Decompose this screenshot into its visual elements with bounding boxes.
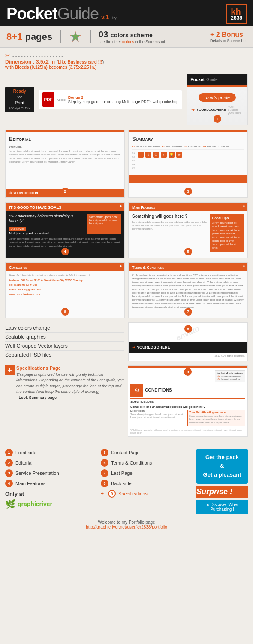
page-num-4: 4: [5, 480, 13, 487]
page8-copyright: 2011 © All rights reserved.: [129, 353, 247, 359]
only-at: Only at: [5, 491, 94, 497]
page4-badge: Our Service: [9, 227, 26, 231]
page-label-7: Last Page: [111, 471, 133, 476]
specs-text: This page is optimized for use with pure…: [16, 372, 124, 401]
page4-corner-num: ●: [117, 203, 124, 210]
desc-lorem: Some description goes here Lorem ipsum s…: [130, 413, 185, 419]
page6-info: Address: 365 Street N° 05 & Street Name …: [9, 278, 121, 297]
page-list-item-7: 7 Last Page: [101, 469, 190, 477]
page2-num: 2: [61, 188, 69, 195]
page-num-3: 3: [5, 469, 13, 477]
colors-label: colors scheme: [111, 32, 153, 39]
tech-item-2: Lorem ipsum dolar: [221, 378, 241, 380]
sum-icon-4: ↑: [161, 152, 167, 158]
cta-surprise: Surprise !: [196, 486, 248, 498]
page-num-8: 8: [101, 480, 108, 487]
page1-guide: Guide: [206, 77, 218, 82]
page6-header-text: Contact us: [9, 265, 27, 270]
conditions-label: CONDITIONS: [145, 388, 172, 392]
page-list-left: 1 Front side 2 Editorial 3 Service Prese…: [5, 449, 94, 509]
page5-num: 5: [184, 248, 192, 255]
cta-discover: To Discover WhenPurchasing !: [196, 500, 248, 514]
dim-sub: with Bleeds (0.125in) becomes (3.75x2.25…: [5, 65, 104, 70]
features-section: Easy colors change Scalable graphics Wel…: [5, 322, 248, 361]
header-logo: kh 2838: [226, 4, 247, 24]
portfolio-link[interactable]: http://graphicriver.net/user/kh2838/port…: [5, 525, 248, 529]
page9-left: + Specifications Page This page is optim…: [5, 365, 124, 437]
users-guide-badge: user's guide: [199, 93, 236, 102]
dimension-dotted-line: - - - - - - - - - - - - - - - - - -: [12, 53, 63, 58]
sum-icon-1: ←: [138, 152, 144, 158]
plus-icon: +: [5, 365, 15, 375]
page5-header-text: Main Features: [132, 205, 155, 210]
info-bonus-sub: Details in Screenshot: [210, 39, 247, 43]
cta-line2: &: [201, 462, 244, 471]
page-num-9: 9: [108, 490, 116, 498]
info-bar: 8+1 pages 03 colors scheme see the other…: [0, 26, 253, 48]
page-list-section: 1 Front side 2 Editorial 3 Service Prese…: [0, 445, 253, 518]
sum-item-1: 01 Service Presentation: [132, 145, 160, 148]
page8-logo: YOURLOGOHERE: [137, 345, 170, 349]
splash-star-icon: [69, 30, 82, 44]
page1-subtitle: Your Subtitle goes here: [228, 105, 243, 114]
feature-1: Easy colors change: [5, 324, 124, 333]
page9-content: technical informations ⚙ Lorem ipsum dol…: [128, 368, 247, 436]
page7-content: 01 By reading this, you agree to the ter…: [129, 271, 247, 311]
page1-num: 1: [214, 115, 221, 123]
specs-badge: Specifications: [130, 398, 245, 404]
page-label-3: Service Presentation: [15, 471, 59, 476]
subtitle-label: Your Subtitle will goes here: [189, 411, 244, 414]
page-list-item-9: + 9 Specifications: [101, 490, 190, 498]
logo-num: 2838: [231, 15, 242, 21]
page1-title: Pocket: [190, 77, 205, 82]
title-version: v.1: [101, 14, 109, 21]
footer-arrow-icon: ➜: [8, 190, 12, 196]
page9-preview: technical informations ⚙ Lorem ipsum dol…: [128, 365, 248, 437]
page1-header-bar: Pocket Guide: [187, 74, 247, 85]
info-pages-group: 8+1 pages: [6, 31, 52, 43]
page4-lorem: Lorem ipsum dolor sit amet Lorem ipsum d…: [9, 237, 121, 248]
page5-something: Something will goes here ?: [132, 214, 207, 219]
gr-leaf-icon: 🌿: [5, 499, 16, 509]
page-list-right: 5 Contact Page 6 Terms & Conditions 7 La…: [101, 449, 190, 500]
page-list-item-5: 5 Contact Page: [101, 449, 190, 456]
summary-content: Summary 01 Service Presentation 02 Main …: [129, 132, 247, 175]
divider-1: [60, 30, 61, 43]
ready-dpi: 300 dpi CMYK: [9, 106, 31, 111]
pages-grid-row1: Editorial Welcome, Lorem ipsum dolor sit…: [5, 130, 248, 198]
additional-desc: *(*Additional description will goes here…: [130, 428, 245, 434]
graphicriver-logo: 🌿 graphicriver: [5, 499, 94, 509]
page5-corner-num: ●: [241, 203, 247, 210]
header-title-group: Pocket Guide v.1 by: [6, 5, 117, 23]
header: Pocket Guide v.1 by kh 2838: [0, 0, 253, 26]
page-list-item-1: 1 Front side: [5, 449, 94, 456]
page4-callout: Something goes hereLorem ipsum dolor sit…: [87, 214, 121, 234]
conditions-icon: ⚙: [130, 384, 143, 397]
page5-tip-box: Good Tips Lorem ipsum dolor sit amet Lor…: [210, 214, 244, 252]
feature-4: Separated PSD files: [5, 351, 124, 359]
page4-desire: Not just a goal, a desire !: [9, 231, 84, 235]
editorial-lorem: Lorem ipsum dolor sit amet Lorem ipsum d…: [9, 149, 121, 164]
page-label-1: Front side: [15, 450, 36, 455]
gr-text: graphicriver: [18, 501, 52, 507]
title-guide: Guide: [57, 5, 99, 23]
bonus2-label: Bonus 2:: [68, 95, 85, 100]
adobe-label: Adobe: [57, 98, 66, 101]
page4-content: "Our philosophy balances simplicity & ho…: [6, 211, 124, 251]
cta-line3: Get a pleasant: [201, 471, 244, 480]
page1-logo-area: ➜ YOURLOGOHERE Your Subtitle goes here: [191, 105, 243, 114]
page-label-2: Editorial: [15, 460, 33, 465]
pages-grid-row2: ● IT'S GOOD TO HAVE GOALS "Our philosoph…: [5, 202, 248, 258]
page4-preview: ● IT'S GOOD TO HAVE GOALS "Our philosoph…: [5, 202, 125, 258]
info-bonus-label: + 2 Bonus: [210, 31, 247, 39]
page6-corner-num: ●: [117, 263, 124, 270]
editorial-welcome: Welcome,: [9, 145, 121, 148]
page5-tip-text: Lorem ipsum dolor sit amet Lorem ipsum d…: [212, 221, 242, 250]
info-bonus-group: + 2 Bonus Details in Screenshot: [210, 31, 247, 43]
specs-question: Some Text or Fundamental question will g…: [130, 405, 245, 408]
page6-web: www: your.business.com: [9, 292, 121, 297]
sum-icon-5: 💡: [169, 152, 175, 158]
page-label-4: Main Features: [15, 481, 45, 486]
page6-header-bar: Contact us: [6, 263, 124, 271]
page-num-6: 6: [101, 459, 108, 467]
